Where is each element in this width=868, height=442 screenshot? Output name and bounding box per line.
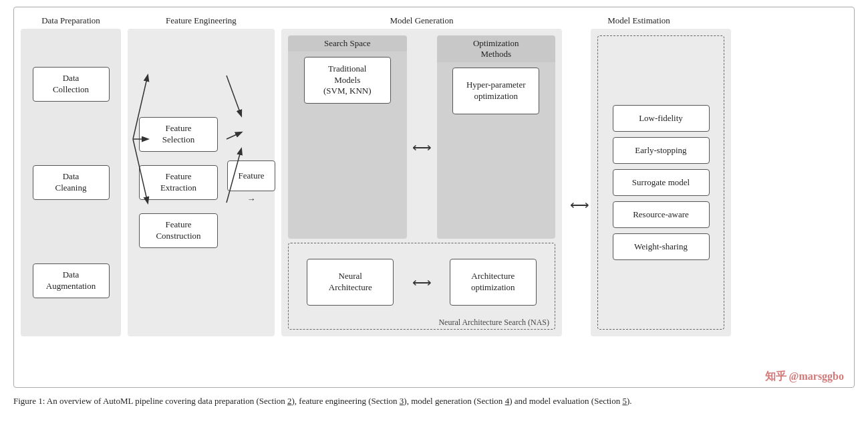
header-model-gen: Model Generation [281,15,562,26]
box-weight-sharing: Weight-sharing [613,233,710,260]
figure-caption: Figure 1: An overview of AutoML pipeline… [13,395,715,408]
diagram-container: Data Preparation Feature Engineering Mod… [13,7,855,388]
model-est-dashed: Low-fidelity Early-stopping Surrogate mo… [597,35,724,330]
nas-optim-col: Architectureoptimization [436,247,551,317]
main-content: DataCollection DataCleaning DataAugmenta… [21,29,847,380]
caption-prefix: Figure 1: An overview of AutoML pipeline… [13,396,287,406]
box-low-fidelity: Low-fidelity [613,105,710,132]
model-gen-top-row: Search Space TraditionalModels(SVM, KNN)… [288,35,555,239]
box-data-collection: DataCollection [33,67,110,102]
caption-text1: ), feature engineering (Section [292,396,400,406]
nas-container: NeuralArchitecture ⟷ Architectureoptimiz… [288,243,555,330]
box-traditional-models: TraditionalModels(SVM, KNN) [304,57,391,104]
section-model-estimation: Low-fidelity Early-stopping Surrogate mo… [591,29,731,336]
nas-label: Neural Architecture Search (NAS) [438,318,549,328]
feature-eng-inner: FeatureSelection FeatureExtraction Featu… [133,35,269,330]
nas-search-space-col: NeuralArchitecture [293,247,408,317]
optim-methods-header: OptimizationMethods [437,35,556,62]
box-arch-optim: Architectureoptimization [450,259,537,306]
header-data-prep: Data Preparation [21,15,121,26]
box-feature-selection: FeatureSelection [139,117,218,152]
model-gen-full: Search Space TraditionalModels(SVM, KNN)… [288,35,555,330]
optim-methods-content: Hyper-parameteroptimization [437,62,556,239]
arrow-feature-right: → [247,194,256,205]
box-hyper-param: Hyper-parameteroptimization [452,68,539,114]
caption-text2: ), model generation (Section [404,396,504,406]
box-surrogate-model: Surrogate model [613,169,710,196]
box-feature-extraction: FeatureExtraction [139,165,218,200]
box-data-augmentation: DataAugmentation [33,263,110,298]
section-feature-engineering: FeatureSelection FeatureExtraction Featu… [128,29,275,336]
header-model-est: Model Estimation [569,15,709,26]
box-data-cleaning: DataCleaning [33,165,110,200]
header-feature-eng: Feature Engineering [128,15,275,26]
section-model-generation: Search Space TraditionalModels(SVM, KNN)… [281,29,562,336]
box-neural-architecture: NeuralArchitecture [307,259,394,306]
section-data-preparation: DataCollection DataCleaning DataAugmenta… [21,29,121,336]
box-early-stopping: Early-stopping [613,137,710,164]
double-arrow-nas: ⟷ [412,247,432,317]
caption-text4: ). [627,396,632,406]
optim-methods-col: OptimizationMethods Hyper-parameteroptim… [437,35,556,239]
box-resource-aware: Resource-aware [613,201,710,228]
headers-row: Data Preparation Feature Engineering Mod… [21,15,847,26]
double-arrow-top: ⟷ [411,35,433,239]
feature-output-col: Feature → [227,35,275,330]
box-feature: Feature [227,160,275,191]
search-space-col: Search Space TraditionalModels(SVM, KNN) [288,35,407,239]
search-space-header: Search Space [288,35,407,51]
caption-text3: ) and model evaluation (Section [509,396,622,406]
arrow-gen-to-est: ⟷ [569,29,591,380]
search-space-content: TraditionalModels(SVM, KNN) [288,51,407,239]
box-feature-construction: FeatureConstruction [139,213,218,248]
feature-boxes-left: FeatureSelection FeatureExtraction Featu… [139,117,218,248]
